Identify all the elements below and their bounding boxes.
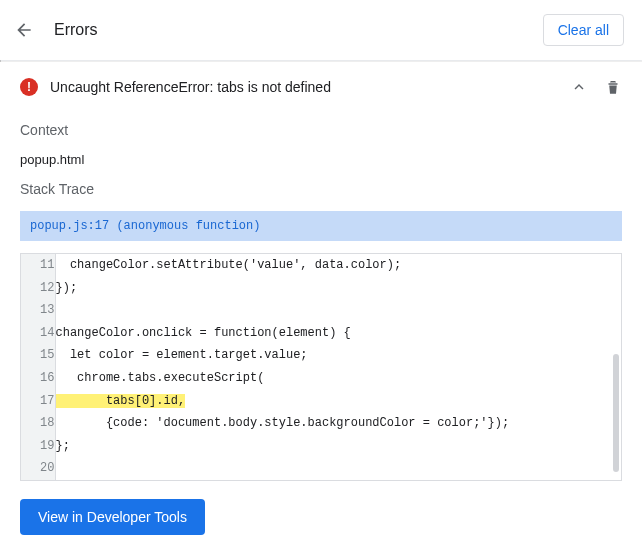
back-arrow-icon[interactable] [14, 20, 34, 40]
code-text: changeColor.onclick = function(element) … [55, 322, 621, 345]
code-text: }; [55, 435, 621, 458]
line-number: 19 [21, 435, 55, 458]
context-label: Context [20, 122, 622, 138]
code-line: 18 {code: 'document.body.style.backgroun… [21, 412, 621, 435]
line-number: 17 [21, 390, 55, 413]
code-text [55, 299, 621, 322]
code-line: 16 chrome.tabs.executeScript( [21, 367, 621, 390]
error-icon: ! [20, 78, 38, 96]
code-text: }); [55, 277, 621, 300]
line-number: 12 [21, 277, 55, 300]
code-line: 14changeColor.onclick = function(element… [21, 322, 621, 345]
scrollbar-thumb[interactable] [613, 354, 619, 472]
code-line: 15 let color = element.target.value; [21, 344, 621, 367]
code-text: {code: 'document.body.style.backgroundCo… [55, 412, 621, 435]
code-line: 19}; [21, 435, 621, 458]
highlighted-code: tabs[0].id, [56, 394, 186, 408]
error-panel: ! Uncaught ReferenceError: tabs is not d… [0, 62, 642, 555]
clear-all-button[interactable]: Clear all [543, 14, 624, 46]
code-line: 12}); [21, 277, 621, 300]
page-header: Errors Clear all [0, 0, 642, 60]
view-in-devtools-button[interactable]: View in Developer Tools [20, 499, 205, 535]
code-line: 17 tabs[0].id, [21, 390, 621, 413]
code-text: changeColor.setAttribute('value', data.c… [55, 254, 621, 277]
code-text: tabs[0].id, [55, 390, 621, 413]
context-value: popup.html [20, 152, 622, 167]
line-number: 14 [21, 322, 55, 345]
page-title: Errors [54, 21, 98, 39]
collapse-chevron-up-icon[interactable] [570, 78, 588, 96]
code-text: chrome.tabs.executeScript( [55, 367, 621, 390]
line-number: 11 [21, 254, 55, 277]
delete-icon[interactable] [604, 78, 622, 96]
line-number: 13 [21, 299, 55, 322]
code-text: let color = element.target.value; [55, 344, 621, 367]
stack-trace-label: Stack Trace [20, 181, 622, 197]
stack-frame-header[interactable]: popup.js:17 (anonymous function) [20, 211, 622, 241]
error-title: Uncaught ReferenceError: tabs is not def… [50, 79, 331, 95]
code-line: 20 [21, 457, 621, 480]
line-number: 16 [21, 367, 55, 390]
code-table: 11 changeColor.setAttribute('value', dat… [21, 254, 621, 480]
code-line: 11 changeColor.setAttribute('value', dat… [21, 254, 621, 277]
code-snippet: 11 changeColor.setAttribute('value', dat… [20, 253, 622, 481]
code-text [55, 457, 621, 480]
code-line: 13 [21, 299, 621, 322]
line-number: 20 [21, 457, 55, 480]
line-number: 15 [21, 344, 55, 367]
line-number: 18 [21, 412, 55, 435]
